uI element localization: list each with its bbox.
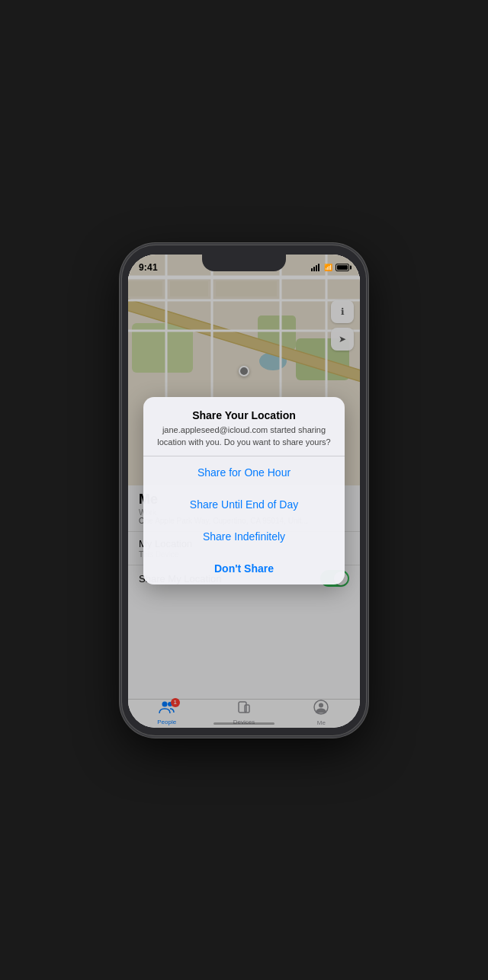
share-one-hour-button[interactable]: Share for One Hour	[143, 456, 345, 488]
battery-icon	[336, 264, 349, 271]
phone-screen: 9:41 📶	[128, 255, 360, 728]
phone-frame: 9:41 📶	[122, 245, 366, 735]
share-until-end-of-day-button[interactable]: Share Until End of Day	[143, 488, 345, 520]
alert-dialog: Share Your Location jane.appleseed@iclou…	[143, 397, 345, 584]
alert-message: jane.appleseed@icloud.com started sharin…	[156, 424, 332, 448]
alert-actions: Share for One Hour Share Until End of Da…	[143, 456, 345, 584]
alert-title: Share Your Location	[156, 409, 332, 421]
signal-icon	[311, 264, 319, 271]
status-time: 9:41	[139, 262, 158, 273]
share-indefinitely-button[interactable]: Share Indefinitely	[143, 520, 345, 552]
notch	[202, 255, 286, 271]
dont-share-button[interactable]: Don't Share	[143, 552, 345, 584]
status-icons: 📶	[311, 264, 349, 271]
alert-overlay: Share Your Location jane.appleseed@iclou…	[128, 255, 360, 728]
alert-header: Share Your Location jane.appleseed@iclou…	[143, 397, 345, 456]
